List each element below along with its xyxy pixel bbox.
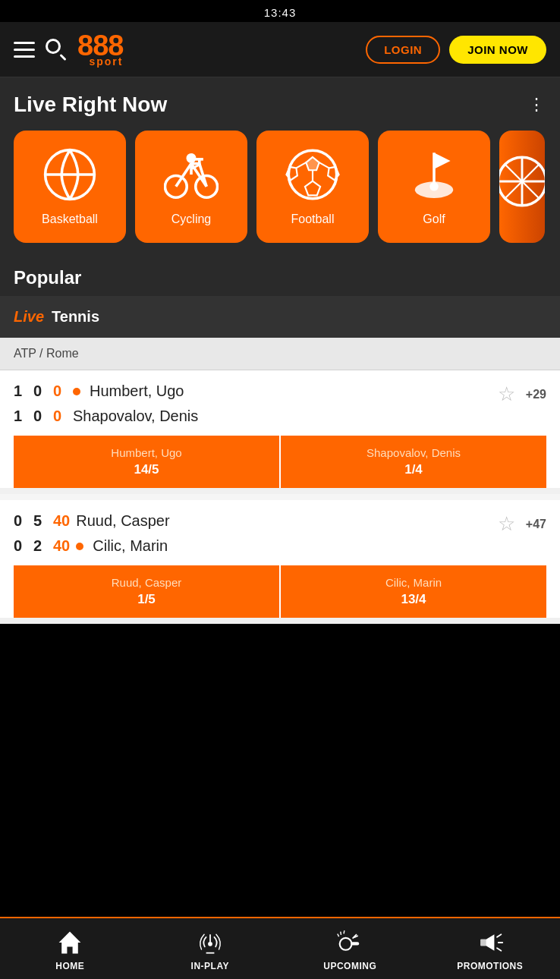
cycling-label: Cycling <box>171 212 211 226</box>
sports-row: Basketball <box>14 131 546 243</box>
nav-home-label: HOME <box>55 961 84 971</box>
nav-upcoming[interactable]: UPCOMING <box>280 918 420 979</box>
live-dot-1-1 <box>73 388 80 395</box>
bet-btn-1-2[interactable]: Shapovalov, Denis 1/4 <box>281 436 546 488</box>
sport-item-basketball[interactable]: Basketball <box>14 131 126 243</box>
search-icon[interactable] <box>46 39 67 60</box>
score-1-2-0: 1 <box>14 408 27 425</box>
live-dot-2-2 <box>76 543 83 550</box>
bet-odds-1-2: 1/4 <box>404 462 423 477</box>
svg-line-44 <box>497 934 501 937</box>
join-button[interactable]: JOIN NOW <box>449 36 546 64</box>
upcoming-icon <box>336 929 363 956</box>
bet-buttons-1: Humbert, Ugo 14/5 Shapovalov, Denis 1/4 <box>14 436 546 488</box>
more-markets-2[interactable]: +47 <box>526 518 546 531</box>
nav-inplay[interactable]: IN-PLAY <box>140 918 281 979</box>
team-row-1-2: 1 0 0 Shapovalov, Denis <box>14 408 198 425</box>
svg-point-10 <box>187 153 197 163</box>
football-label: Football <box>291 212 335 226</box>
home-icon <box>56 929 83 956</box>
bet-player-1-1: Humbert, Ugo <box>111 446 181 459</box>
inplay-icon <box>197 929 224 956</box>
team-name-2-1: Ruud, Casper <box>76 512 169 530</box>
score-1-2-1: 0 <box>33 408 47 425</box>
popular-title: Popular <box>14 267 81 288</box>
tennis-label: Tennis <box>52 308 99 326</box>
nav-promotions[interactable]: PROMOTIONS <box>420 918 561 979</box>
score-2-1-1: 5 <box>33 512 47 530</box>
score-1-1-0: 1 <box>14 382 27 400</box>
svg-marker-31 <box>59 932 81 954</box>
sport-item-football[interactable]: Football <box>256 131 369 243</box>
match-teams-1: 1 0 0 Humbert, Ugo 1 0 0 Shapovalov, Den… <box>14 382 198 425</box>
nav-home[interactable]: HOME <box>0 918 140 979</box>
bet-player-1-2: Shapovalov, Denis <box>367 446 461 459</box>
match-competition-1: ATP / Rome <box>0 338 560 370</box>
golf-icon <box>407 147 461 205</box>
score-2-2-1: 2 <box>33 537 47 555</box>
bet-odds-1-1: 14/5 <box>134 462 159 477</box>
nav-promotions-label: PROMOTIONS <box>457 961 523 971</box>
live-now-section: Live Right Now ⋮ Basketball <box>0 77 560 255</box>
svg-marker-23 <box>434 153 451 169</box>
team-name-1-2: Shapovalov, Denis <box>73 408 198 425</box>
svg-point-32 <box>208 942 212 946</box>
handball-icon <box>499 154 545 212</box>
score-2-2-0: 0 <box>14 537 27 555</box>
live-now-header: Live Right Now ⋮ <box>14 93 546 117</box>
match-scores-row-1: 1 0 0 Humbert, Ugo 1 0 0 Shapovalov, Den… <box>14 382 546 425</box>
live-badge: Live <box>14 308 44 326</box>
svg-marker-17 <box>305 181 320 196</box>
bet-player-2-1: Ruud, Casper <box>112 576 182 589</box>
live-tennis-section: Live Tennis <box>0 296 560 338</box>
sport-item-golf[interactable]: Golf <box>378 131 490 243</box>
bet-player-2-2: Cilic, Marin <box>385 576 442 589</box>
score-1-1-2: 0 <box>53 382 67 400</box>
team-row-2-1: 0 5 40 Ruud, Casper <box>14 512 170 530</box>
match-section: ATP / Rome 1 0 0 Humbert, Ugo 1 0 0 Shap… <box>0 338 560 624</box>
sport-item-cycling[interactable]: Cycling <box>135 131 247 243</box>
match-teams-2: 0 5 40 Ruud, Casper 0 2 40 Cilic, Marin <box>14 512 170 555</box>
nav-inplay-label: IN-PLAY <box>191 961 229 971</box>
basketball-icon <box>42 147 97 205</box>
logo: 888 sport <box>77 31 123 68</box>
status-time: 13:43 <box>264 6 297 19</box>
live-now-title: Live Right Now <box>14 93 167 117</box>
golf-label: Golf <box>423 212 445 226</box>
score-2-2-2: 40 <box>53 537 70 555</box>
svg-point-35 <box>340 938 352 950</box>
logo-sport: sport <box>77 55 123 68</box>
svg-line-18 <box>296 162 306 168</box>
team-name-1-1: Humbert, Ugo <box>90 382 184 400</box>
match-scores-row-2: 0 5 40 Ruud, Casper 0 2 40 Cilic, Marin … <box>14 512 546 555</box>
score-2-1-2: 40 <box>53 512 70 530</box>
menu-icon[interactable] <box>14 39 35 60</box>
more-markets-1[interactable]: +29 <box>526 388 546 401</box>
bet-odds-2-1: 1/5 <box>137 592 156 607</box>
header-right: LOGIN JOIN NOW <box>366 36 546 64</box>
match-actions-1: ☆ +29 <box>498 382 546 406</box>
header: 888 sport LOGIN JOIN NOW <box>0 22 560 77</box>
score-2-1-0: 0 <box>14 512 27 530</box>
bet-btn-2-1[interactable]: Ruud, Casper 1/5 <box>14 565 279 618</box>
bet-odds-2-2: 13/4 <box>401 592 426 607</box>
login-button[interactable]: LOGIN <box>366 36 440 64</box>
svg-line-40 <box>341 932 341 935</box>
bet-btn-2-2[interactable]: Cilic, Marin 13/4 <box>281 565 546 618</box>
sport-item-handball[interactable] <box>499 131 545 243</box>
nav-upcoming-label: UPCOMING <box>323 961 376 971</box>
cycling-icon <box>164 147 219 205</box>
team-row-2-2: 0 2 40 Cilic, Marin <box>14 537 170 555</box>
match-actions-2: ☆ +47 <box>498 512 546 536</box>
favorite-icon-2[interactable]: ☆ <box>498 512 515 536</box>
svg-rect-43 <box>480 940 486 946</box>
favorite-icon-1[interactable]: ☆ <box>498 382 515 406</box>
match-card-1: 1 0 0 Humbert, Ugo 1 0 0 Shapovalov, Den… <box>0 370 560 494</box>
team-row-1-1: 1 0 0 Humbert, Ugo <box>14 382 198 400</box>
more-options-icon[interactable]: ⋮ <box>528 95 546 115</box>
svg-line-20 <box>319 162 329 168</box>
bottom-nav: HOME IN-PLAY UPCOMING <box>0 917 560 979</box>
svg-line-39 <box>338 933 339 937</box>
bet-btn-1-1[interactable]: Humbert, Ugo 14/5 <box>14 436 279 488</box>
status-bar: 13:43 <box>0 0 560 22</box>
